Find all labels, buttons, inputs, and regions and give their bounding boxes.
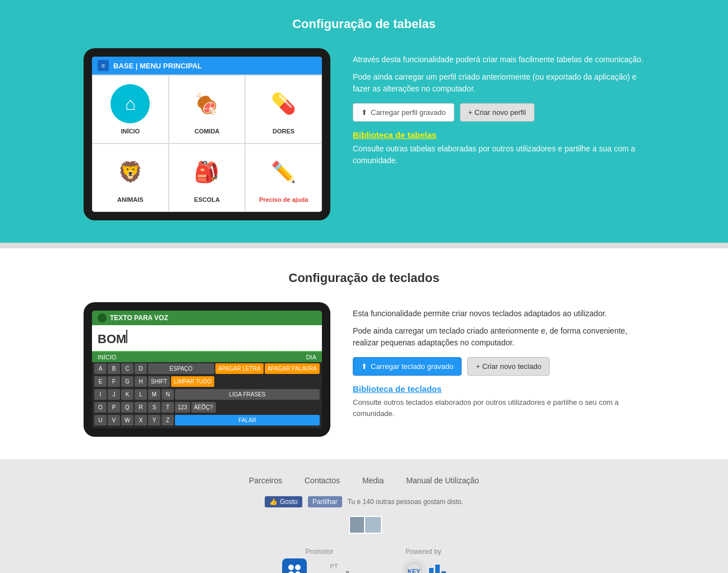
divider-1 (0, 243, 728, 248)
kb-row-1: A B C D ESPAÇO APAGAR LETRA APAGAR PALAV… (92, 362, 322, 375)
device-header: ≡ BASE | MENU PRINCIPAL (92, 57, 322, 75)
kb-key-falar[interactable]: FALAR (175, 415, 320, 426)
tabelas-library-desc: Consulte outras tabelas elaboradas por o… (353, 143, 644, 167)
kb-key-o[interactable]: O (94, 402, 107, 413)
kb-key-q[interactable]: Q (121, 402, 133, 413)
kb-key-x[interactable]: X (135, 415, 147, 426)
kb-key-apagar-palavra[interactable]: APAGAR PALAVRA (265, 363, 320, 374)
kb-key-u[interactable]: U (94, 415, 107, 426)
bar-1 (429, 568, 434, 573)
create-profile-button[interactable]: + Criar novo perfil (460, 103, 535, 122)
powered-block: Powered by KEY (402, 548, 446, 573)
kb-key-n[interactable]: N (162, 389, 174, 400)
footer-link-manual[interactable]: Manual de Utilização (406, 476, 479, 485)
upload-icon: ⬆ (361, 108, 367, 117)
kb-key-y[interactable]: Y (148, 415, 160, 426)
kb-key-d[interactable]: D (135, 363, 147, 374)
tabelas-title: Configuração de tabelas (0, 17, 728, 31)
device-grid: ⌂ INÍCIO 🍖 COMIDA 💊 DORES (92, 75, 322, 212)
teclados-section: Configuração de teclados TEXTO PARA VOZ … (0, 248, 728, 459)
teclados-title: Configuração de teclados (0, 271, 728, 285)
tabelas-section: Configuração de tabelas ≡ BASE | MENU PR… (0, 0, 728, 243)
kb-key-v[interactable]: V (108, 415, 120, 426)
pt-icon-dots (288, 565, 301, 573)
cursor-indicator (126, 330, 127, 343)
cell-label-animais: ANIMAIS (117, 196, 143, 203)
kb-key-c[interactable]: C (121, 363, 133, 374)
footer-nav: Parceiros Contactos Media Manual de Util… (0, 476, 728, 485)
create-keyboard-button[interactable]: + Criar novo teclado (467, 357, 550, 376)
teclados-library-link[interactable]: Biblioteca de teclados (353, 384, 441, 394)
footer-link-media[interactable]: Media (362, 476, 384, 485)
kb-key-b[interactable]: B (108, 363, 120, 374)
facebook-like-button[interactable]: 👍 Gosto (265, 496, 302, 507)
key-logo: KEY (402, 558, 426, 573)
load-profile-button[interactable]: ⬆ Carregar perfil gravado (353, 103, 454, 122)
help-icon: ✏️ (264, 153, 303, 192)
kb-key-s[interactable]: S (148, 402, 160, 413)
tabelas-library: Biblioteca de tabelas Consulte outras ta… (353, 130, 644, 167)
house-icon: ⌂ (110, 84, 150, 123)
grid-cell-inicio: ⌂ INÍCIO (92, 75, 169, 144)
kb-key-z[interactable]: Z (162, 415, 174, 426)
kb-key-espaco[interactable]: ESPAÇO (148, 363, 214, 374)
kb-key-apagar-letra[interactable]: APAGAR LETRA (215, 363, 264, 374)
cell-label-dores: DORES (273, 128, 294, 135)
keyboard-mockup: TEXTO PARA VOZ BOM INÍCIO DIA A B C D ES… (84, 302, 330, 437)
load-keyboard-button[interactable]: ⬆ Carregar teclado gravado (353, 357, 462, 376)
kb-key-p[interactable]: P (108, 402, 120, 413)
kb-key-liga-frases[interactable]: LIGA FRASES (175, 389, 320, 400)
kb-key-shift[interactable]: SHIFT (148, 376, 170, 387)
powered-logos: KEY (402, 558, 446, 573)
tabelas-info-panel: Através desta funcionalidade poderá cria… (353, 48, 644, 172)
animals-icon: 🦁 (110, 153, 150, 192)
grid-cell-escola: 🎒 ESCOLA (169, 144, 246, 212)
kb-key-g[interactable]: G (121, 376, 133, 387)
teclados-info-panel: Esta funcionalidade permite criar novos … (353, 302, 644, 424)
kb-key-j[interactable]: J (108, 389, 120, 400)
partner-bars-logo (429, 565, 446, 573)
kb-key-l[interactable]: L (135, 389, 147, 400)
kb-key-h[interactable]: H (135, 376, 147, 387)
tabelas-library-link[interactable]: Biblioteca de tabelas (353, 130, 436, 140)
facebook-share-button[interactable]: Partilhar (308, 496, 342, 507)
kb-key-special[interactable]: ÀÉÕÇ? (191, 402, 216, 413)
menu-icon: ≡ (98, 60, 109, 71)
key-logo-svg: KEY (406, 562, 422, 573)
pt-icon (282, 558, 307, 573)
cell-label-ajuda: Preciso de ajuda (259, 196, 308, 203)
footer-link-contactos[interactable]: Contactos (305, 476, 340, 485)
teclados-btn-group: ⬆ Carregar teclado gravado + Criar novo … (353, 357, 644, 376)
kb-key-limpar-tudo[interactable]: LIMPAR TUDO (171, 376, 214, 387)
promotor-block: Promotor PT FUNDAÇÃO (282, 548, 356, 573)
kb-key-123[interactable]: 123 (175, 402, 190, 413)
food-icon: 🍖 (187, 84, 227, 123)
kb-key-r[interactable]: R (135, 402, 147, 413)
kb-key-f[interactable]: F (108, 376, 120, 387)
kb-row-2: E F G H SHIFT LIMPAR TUDO (92, 375, 322, 388)
keyboard-text: BOM (98, 332, 126, 346)
gosto-label: Gosto (280, 498, 298, 506)
footer: Parceiros Contactos Media Manual de Util… (0, 459, 728, 573)
keyboard-screen-inner: TEXTO PARA VOZ BOM INÍCIO DIA A B C D ES… (92, 311, 322, 428)
tabelas-device-mockup: ≡ BASE | MENU PRINCIPAL ⌂ INÍCIO 🍖 (84, 48, 330, 220)
kb-key-a[interactable]: A (94, 363, 107, 374)
kb-key-t[interactable]: T (162, 402, 174, 413)
grid-cell-dores: 💊 DORES (245, 75, 322, 144)
kb-row-3: I J K L M N LIGA FRASES (92, 388, 322, 401)
teclados-desc2: Pode ainda carregar um teclado criado an… (353, 325, 644, 349)
tabelas-desc1: Através desta funcionalidade poderá cria… (353, 54, 644, 66)
kb-key-w[interactable]: W (121, 415, 133, 426)
footer-social: 👍 Gosto Partilhar Tu e 140 outras pessoa… (0, 496, 728, 507)
powered-label: Powered by (402, 548, 446, 556)
keyboard-header: TEXTO PARA VOZ (92, 311, 322, 325)
kb-key-k[interactable]: K (121, 389, 133, 400)
footer-link-parceiros[interactable]: Parceiros (249, 476, 282, 485)
kb-key-m[interactable]: M (148, 389, 160, 400)
tabelas-btn-group: ⬆ Carregar perfil gravado + Criar novo p… (353, 103, 644, 122)
kb-key-i[interactable]: I (94, 389, 107, 400)
svg-text:KEY: KEY (407, 568, 420, 573)
kb-key-e[interactable]: E (94, 376, 107, 387)
upload-keyboard-icon: ⬆ (361, 362, 367, 371)
cell-label-escola: ESCOLA (194, 196, 220, 203)
